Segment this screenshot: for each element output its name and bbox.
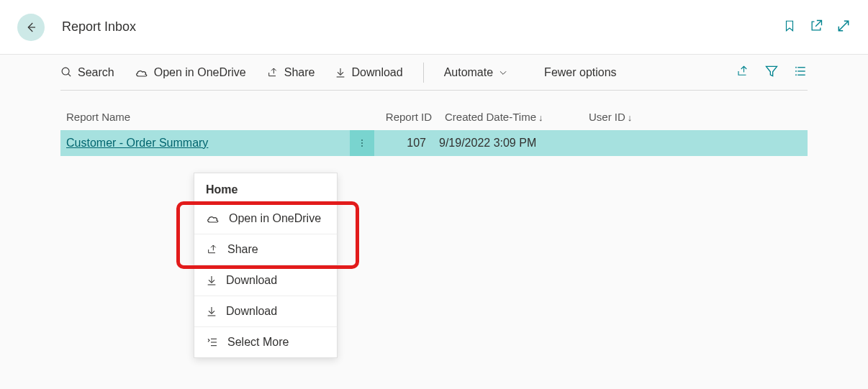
svg-point-5 (361, 142, 363, 144)
bookmark-icon[interactable] (783, 19, 796, 35)
fewer-options-button[interactable]: Fewer options (544, 66, 617, 79)
col-header-name[interactable]: Report Name (66, 111, 380, 123)
share-icon (266, 67, 279, 78)
share-button[interactable]: Share (266, 66, 315, 79)
svg-point-2 (796, 70, 797, 71)
svg-point-1 (796, 67, 797, 68)
menu-open-onedrive-label: Open in OneDrive (229, 212, 321, 225)
sort-down-icon: ↓ (538, 112, 543, 123)
download-label: Download (351, 66, 402, 79)
sort-down-icon: ↓ (628, 112, 633, 123)
chevron-down-icon (498, 68, 508, 78)
share-icon (206, 244, 219, 255)
svg-point-4 (361, 139, 363, 141)
report-name-link[interactable]: Customer - Order Summary (66, 137, 208, 150)
svg-point-6 (361, 145, 363, 147)
table-header: Report Name Report ID Created Date-Time↓… (60, 111, 808, 130)
cloud-icon (206, 213, 220, 224)
search-label: Search (78, 66, 114, 79)
page-title: Report Inbox (62, 19, 136, 35)
col-header-date-label: Created Date-Time (445, 111, 536, 123)
download-icon (206, 274, 217, 287)
open-onedrive-button[interactable]: Open in OneDrive (135, 66, 246, 79)
filter-icon[interactable] (764, 64, 779, 81)
cell-id: 107 (374, 137, 439, 150)
row-menu-button[interactable] (350, 130, 374, 156)
automate-dropdown[interactable]: Automate (444, 66, 508, 79)
menu-select-more-label: Select More (227, 336, 289, 349)
download-icon (335, 66, 346, 79)
col-header-id[interactable]: Report ID (380, 111, 445, 123)
svg-point-3 (796, 74, 797, 75)
menu-download-2-label: Download (226, 305, 277, 318)
context-menu: Home Open in OneDrive Share Download Dow… (194, 173, 338, 358)
data-table: Report Name Report ID Created Date-Time↓… (0, 91, 868, 156)
header-actions (783, 19, 851, 35)
back-button[interactable] (17, 14, 45, 41)
svg-point-0 (62, 68, 69, 75)
expand-icon[interactable] (836, 19, 851, 35)
menu-open-onedrive[interactable]: Open in OneDrive (194, 203, 337, 234)
menu-download-2[interactable]: Download (194, 296, 337, 327)
fewer-options-label: Fewer options (544, 66, 617, 79)
menu-select-more[interactable]: Select More (194, 327, 337, 358)
menu-download-1-label: Download (226, 274, 277, 287)
cloud-icon (135, 67, 149, 78)
download-button[interactable]: Download (335, 66, 402, 79)
page-header: Report Inbox (0, 0, 868, 55)
col-header-user-label: User ID (589, 111, 625, 123)
col-header-id-label: Report ID (386, 111, 432, 123)
download-icon (206, 305, 217, 318)
share-page-icon[interactable] (736, 65, 750, 81)
select-more-icon (206, 337, 219, 348)
col-header-user[interactable]: User ID↓ (589, 111, 675, 123)
col-header-date[interactable]: Created Date-Time↓ (445, 111, 589, 123)
command-bar: Search Open in OneDrive Share Download A… (60, 55, 808, 91)
menu-download-1[interactable]: Download (194, 265, 337, 296)
share-label: Share (284, 66, 315, 79)
table-row[interactable]: Customer - Order Summary 107 9/19/2022 3… (60, 130, 808, 156)
arrow-left-icon (24, 21, 37, 34)
menu-share[interactable]: Share (194, 234, 337, 265)
search-button[interactable]: Search (60, 66, 114, 79)
automate-label: Automate (444, 66, 493, 79)
separator (423, 63, 424, 83)
more-vertical-icon (357, 137, 367, 150)
list-settings-icon[interactable] (793, 65, 808, 81)
search-icon (60, 66, 73, 78)
toolbar-right (736, 64, 808, 81)
cell-date: 9/19/2022 3:09 PM (439, 137, 583, 150)
menu-share-label: Share (227, 243, 258, 256)
open-onedrive-label: Open in OneDrive (154, 66, 246, 79)
context-menu-section: Home (194, 173, 337, 203)
popout-icon[interactable] (809, 19, 823, 35)
